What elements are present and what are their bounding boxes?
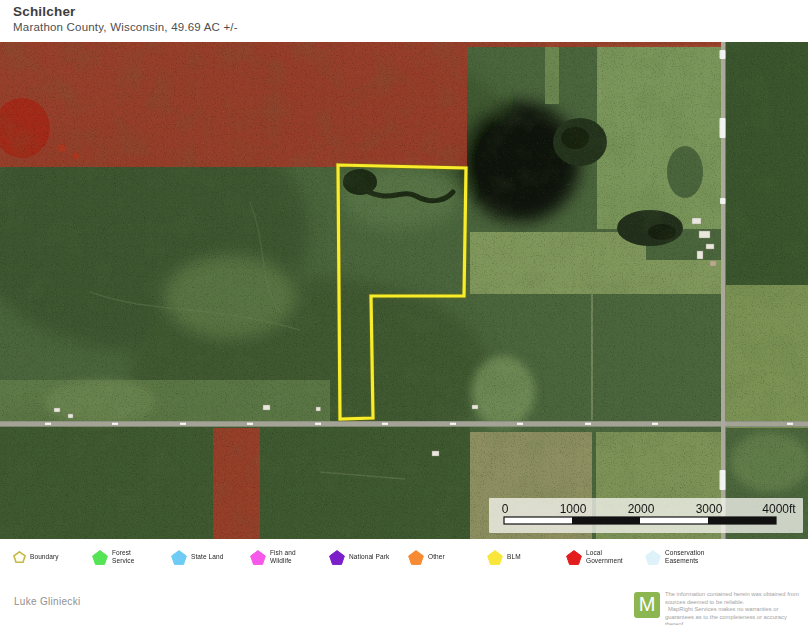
scale-bar: 0 1000 2000 3000 4000ft [489, 498, 803, 533]
legend-item-local-government: Local Government [566, 545, 623, 569]
legend-item-boundary: Boundary [13, 545, 59, 569]
legend-label: Forest Service [112, 549, 134, 565]
forest-service-swatch-icon [92, 550, 108, 565]
blm-swatch-icon [487, 550, 503, 565]
legend-label: Fish and Wildlife [270, 549, 296, 565]
legend-label: State Land [191, 553, 223, 561]
header: Schilcher Marathon County, Wisconsin, 49… [0, 0, 808, 42]
aerial-map: 0 1000 2000 3000 4000ft [0, 42, 808, 540]
legend-item-fish-and-wildlife: Fish and Wildlife [250, 545, 296, 569]
legend-label: Conservation Easements [665, 549, 705, 565]
aerial-map-canvas: 0 1000 2000 3000 4000ft [0, 42, 808, 540]
scale-tick-0: 0 [502, 502, 509, 516]
scale-tick-4000ft: 4000ft [762, 502, 796, 516]
state-land-swatch-icon [171, 550, 187, 565]
disclaimer-line-2: MapRight Services makes no warranties or… [665, 606, 805, 625]
legend-label: Boundary [30, 553, 59, 561]
disclaimer: The information contained herein was obt… [665, 591, 805, 625]
legend-item-blm: BLM [487, 545, 521, 569]
conservation-easements-swatch-icon [645, 550, 661, 565]
page-title: Schilcher [13, 4, 76, 19]
other-swatch-icon [408, 550, 424, 565]
page-subtitle: Marathon County, Wisconsin, 49.69 AC +/- [13, 21, 238, 33]
scale-tick-1000: 1000 [560, 502, 587, 516]
fish-and-wildlife-swatch-icon [250, 550, 266, 565]
legend-label: National Park [349, 553, 389, 561]
legend-item-other: Other [408, 545, 445, 569]
mapright-logo-letter: M [639, 594, 656, 614]
scale-tick-3000: 3000 [696, 502, 723, 516]
disclaimer-line-1: The information contained herein was obt… [665, 591, 805, 606]
national-park-swatch-icon [329, 550, 345, 565]
local-government-swatch-icon [566, 550, 582, 565]
legend-item-national-park: National Park [329, 545, 389, 569]
boundary-swatch-icon [13, 551, 26, 563]
mapright-logo: M [634, 592, 660, 618]
legend-item-state-land: State Land [171, 545, 223, 569]
scale-tick-2000: 2000 [628, 502, 655, 516]
author-name: Luke Gliniecki [14, 596, 80, 607]
canopy-texture [0, 42, 808, 540]
legend-label: Other [428, 553, 445, 561]
legend-item-forest-service: Forest Service [92, 545, 134, 569]
map-export-page: { "header": { "title": "Schilcher", "sub… [0, 0, 808, 625]
legend-item-conservation-easements: Conservation Easements [645, 545, 705, 569]
legend-label: Local Government [586, 549, 623, 565]
legend-label: BLM [507, 553, 521, 561]
legend: Boundary Forest Service State Land Fish … [0, 539, 808, 585]
